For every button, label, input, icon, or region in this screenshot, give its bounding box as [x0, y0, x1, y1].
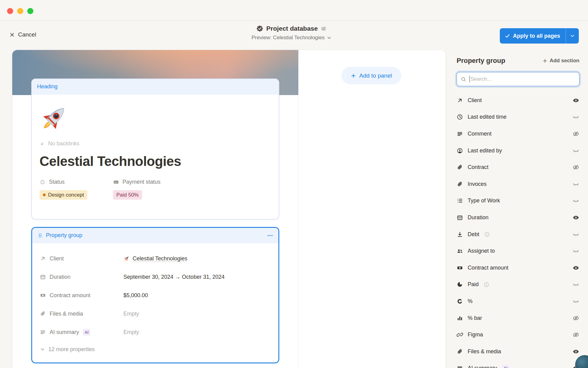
- property-value[interactable]: Celestial Technologies: [123, 255, 187, 262]
- property-row-client[interactable]: Client Celestial Technologies: [40, 249, 278, 268]
- sidebar-item-comment[interactable]: Comment: [457, 125, 579, 142]
- property-value[interactable]: September 30, 2024 → October 31, 2024: [123, 274, 224, 280]
- eye-open-icon[interactable]: [572, 348, 579, 355]
- close-window-button[interactable]: [7, 8, 13, 14]
- eye-slash-icon[interactable]: [572, 130, 579, 137]
- cancel-button[interactable]: Cancel: [9, 31, 36, 38]
- sidebar-item-label: Files & media: [468, 348, 501, 355]
- chevron-down-icon: [570, 33, 575, 39]
- minimize-window-button[interactable]: [17, 8, 23, 14]
- status-badge[interactable]: Paid 50%: [113, 190, 142, 200]
- apply-to-all-pages-button[interactable]: Apply to all pages: [500, 28, 579, 44]
- badge-text: Design concept: [48, 192, 84, 198]
- banknote-icon: [457, 265, 463, 271]
- sidebar-item-label: Last edited time: [468, 114, 507, 120]
- more-properties-toggle[interactable]: 12 more properties: [40, 341, 278, 357]
- property-rows: Client Celestial TechnologiesDurationSep…: [32, 243, 278, 357]
- search-input[interactable]: [470, 76, 575, 82]
- property-row-duration[interactable]: DurationSeptember 30, 2024 → October 31,…: [40, 268, 278, 286]
- sidebar-item-assignet-to[interactable]: Assignet to: [457, 243, 579, 259]
- eye-open-icon[interactable]: [572, 97, 579, 104]
- add-to-panel-button[interactable]: Add to panel: [341, 67, 401, 84]
- heading-property-payment-status[interactable]: Payment statusPaid 50%: [113, 179, 160, 200]
- property-group-block[interactable]: Property group Client Celestial Technolo…: [31, 227, 279, 363]
- dots-horizontal-icon[interactable]: [267, 232, 273, 239]
- check-icon: [505, 33, 510, 39]
- toolbar-center: Project database Preview: Celestial Tech…: [251, 25, 332, 41]
- eye-slash-icon[interactable]: [572, 164, 579, 171]
- eye-closed-icon[interactable]: [572, 147, 579, 154]
- zoom-window-button[interactable]: [27, 8, 33, 14]
- property-row-ai-summary[interactable]: AI summaryAIEmpty: [40, 323, 278, 341]
- sidebar-item-duration[interactable]: Duration: [457, 209, 579, 226]
- side-panel-area: Add to panel: [299, 50, 446, 368]
- add-section-button[interactable]: Add section: [542, 58, 579, 64]
- eye-closed-icon[interactable]: [572, 181, 579, 188]
- sidebar-item-files-media[interactable]: Files & media: [457, 343, 579, 360]
- eye-closed-icon[interactable]: [572, 231, 579, 238]
- chevron-down-icon: [326, 35, 332, 40]
- sidebar-item-invoces[interactable]: Invoces: [457, 176, 579, 193]
- apply-options-button[interactable]: [566, 28, 579, 44]
- sliders-icon[interactable]: [321, 25, 327, 32]
- eye-slash-icon[interactable]: [572, 331, 579, 338]
- sidebar-item-last-edited-time[interactable]: Last edited time: [457, 109, 579, 126]
- eye-closed-icon[interactable]: [572, 298, 579, 305]
- eye-closed-icon[interactable]: [572, 113, 579, 121]
- eye-open-icon[interactable]: [572, 214, 579, 221]
- sidebar-item-contract-amount[interactable]: Contract amount: [457, 259, 579, 276]
- sidebar-item-label: Last edited by: [468, 148, 502, 154]
- sidebar-item-contract[interactable]: Contract: [457, 159, 579, 176]
- info-icon[interactable]: [483, 282, 489, 288]
- sidebar-item-label: Debt: [468, 231, 479, 238]
- property-value[interactable]: Empty: [123, 329, 139, 335]
- property-label: Client: [50, 255, 64, 262]
- sidebar-item-last-edited-by[interactable]: Last edited by: [457, 142, 579, 159]
- sidebar-item--bar[interactable]: % bar: [457, 310, 579, 327]
- bar-chart-icon: [457, 315, 463, 321]
- info-icon[interactable]: [484, 231, 490, 237]
- sidebar-item-debt[interactable]: Debt: [457, 226, 579, 243]
- eye-closed-icon[interactable]: [572, 247, 579, 255]
- property-group-header[interactable]: Property group: [32, 228, 278, 243]
- eye-open-icon[interactable]: [572, 264, 579, 271]
- page-icon-rocket[interactable]: [40, 104, 70, 134]
- sidebar-item-label: Comment: [468, 131, 492, 137]
- status-badge[interactable]: Design concept: [40, 190, 87, 200]
- property-row-files-media[interactable]: Files & mediaEmpty: [40, 305, 278, 323]
- property-label: Contract amount: [50, 292, 90, 299]
- donut-icon: [457, 298, 463, 305]
- text-caret: [469, 76, 470, 82]
- sidebar-item--[interactable]: %: [457, 293, 579, 310]
- text-lines-icon: [457, 365, 463, 368]
- eye-slash-icon[interactable]: [572, 315, 579, 322]
- property-value-text: Empty: [123, 329, 139, 335]
- heading-block[interactable]: Heading No backlinks Celestial Technolog…: [31, 79, 279, 220]
- property-label: Files & media: [50, 311, 83, 317]
- sidebar-item-label: %: [468, 298, 473, 305]
- backlinks-row[interactable]: No backlinks: [40, 140, 279, 147]
- banknote-icon: [40, 292, 46, 298]
- page-preview: Heading No backlinks Celestial Technolog…: [12, 50, 299, 368]
- ai-badge: AI: [502, 365, 509, 368]
- eye-closed-icon[interactable]: [572, 281, 579, 288]
- property-label: Payment status: [123, 179, 160, 185]
- drag-handle-icon[interactable]: [37, 233, 43, 238]
- close-icon: [9, 32, 15, 38]
- heading-property-status[interactable]: StatusDesign concept: [40, 179, 113, 200]
- property-value[interactable]: $5,000.00: [123, 292, 148, 299]
- eye-closed-icon[interactable]: [572, 197, 579, 204]
- property-list: ClientLast edited timeCommentLast edited…: [457, 92, 579, 368]
- sidebar-item-figma[interactable]: Figma: [457, 326, 579, 343]
- sidebar-item-paid[interactable]: Paid: [457, 276, 579, 293]
- search-box[interactable]: [457, 72, 579, 86]
- heading-block-header[interactable]: Heading: [32, 79, 279, 94]
- property-value[interactable]: Empty: [123, 311, 139, 317]
- property-row-contract-amount[interactable]: Contract amount$5,000.00: [40, 286, 278, 305]
- sidebar-item-client[interactable]: Client: [457, 92, 579, 109]
- sidebar-item-type-of-work[interactable]: Type of Work: [457, 193, 579, 209]
- preview-selector[interactable]: Preview: Celestial Technologies: [251, 35, 332, 41]
- sidebar-item-ai-summary[interactable]: AI summaryAI: [457, 360, 579, 368]
- bulleted-list-icon: [457, 197, 463, 204]
- property-group-tag: Property group: [46, 232, 82, 239]
